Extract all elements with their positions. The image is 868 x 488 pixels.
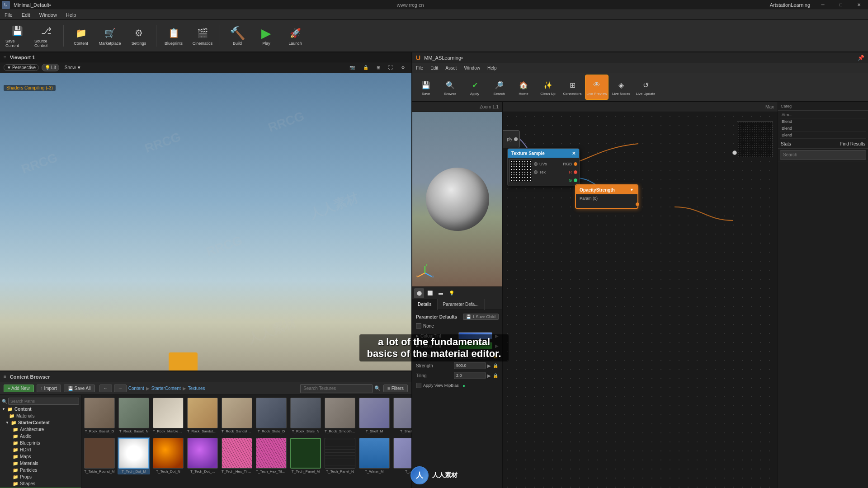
cb-item-slate-n[interactable]: T_Rock_Slate_N bbox=[289, 397, 322, 434]
rp-menu-window[interactable]: Window bbox=[460, 63, 484, 73]
tree-item-particles[interactable]: 📁 Particles bbox=[0, 467, 81, 474]
add-new-button[interactable]: + Add New bbox=[4, 385, 34, 392]
rp-save-button[interactable]: 💾 Save bbox=[414, 75, 438, 100]
ts-close-icon[interactable]: ✕ bbox=[572, 151, 576, 156]
menu-file[interactable]: File bbox=[0, 10, 17, 20]
cb-item-granite[interactable]: T_Rock_Smooth_Granite_D bbox=[324, 397, 356, 434]
cb-item-hex-m[interactable]: T_Tech_Hex_Tile_M bbox=[221, 437, 253, 474]
search-paths-input[interactable] bbox=[8, 398, 79, 405]
launch-button[interactable]: 🚀 Launch bbox=[282, 21, 309, 50]
rp-menu-asset[interactable]: Asset bbox=[442, 63, 460, 73]
cb-item-tech-dot-m[interactable]: T_Tech_Dot_M bbox=[118, 437, 150, 474]
rp-preview-viewport[interactable]: x y z bbox=[412, 112, 502, 286]
vp-split-button[interactable]: ⊞ bbox=[374, 64, 383, 71]
rp-home-button[interactable]: 🏠 Home bbox=[512, 75, 535, 100]
tree-item-architecture[interactable]: 📁 Architecture bbox=[0, 426, 81, 433]
menu-help[interactable]: Help bbox=[61, 10, 81, 20]
content-button[interactable]: 📁 Content bbox=[67, 21, 94, 50]
param-color-2[interactable] bbox=[458, 342, 492, 349]
rp-live-preview-button[interactable]: 👁 Live Preview bbox=[585, 75, 609, 100]
tree-item-starter[interactable]: ▼ 📁 StarterContent bbox=[0, 419, 81, 426]
none-checkbox[interactable] bbox=[416, 323, 421, 328]
tree-item-audio[interactable]: 📁 Audio bbox=[0, 433, 81, 440]
source-control-button[interactable]: ⎇ Source Control bbox=[33, 21, 60, 50]
tree-item-materials2[interactable]: 📁 Materials bbox=[0, 460, 81, 467]
rp-browse-button[interactable]: 🔍 Browse bbox=[439, 75, 462, 100]
preview-tb-light[interactable]: 💡 bbox=[447, 288, 457, 298]
material-search-input[interactable] bbox=[780, 150, 866, 160]
opacity-strength-node[interactable]: OpacityStrength ▼ Param (0) bbox=[575, 184, 638, 209]
cb-item-sandstone-d[interactable]: T_Rock_Sandstone_D bbox=[186, 397, 219, 434]
tree-item-blueprints[interactable]: 📁 Blueprints bbox=[0, 440, 81, 446]
menu-edit[interactable]: Edit bbox=[17, 10, 35, 20]
rp-cleanup-button[interactable]: ✨ Clean Up bbox=[536, 75, 560, 100]
nav-back-button[interactable]: ← bbox=[99, 385, 112, 392]
rp-live-update-button[interactable]: ↺ Live Update bbox=[634, 75, 657, 100]
close-button[interactable]: ✕ bbox=[850, 0, 868, 10]
vp-fullscreen-button[interactable]: ⛶ bbox=[386, 64, 396, 71]
cb-item-tech-dot-n[interactable]: T_Tech_Dot_N bbox=[152, 437, 184, 474]
play-button[interactable]: ▶ Play bbox=[253, 21, 280, 50]
vp-lit-button[interactable]: 💡 Lit bbox=[42, 64, 59, 71]
texture-sample-node[interactable]: Texture Sample ✕ UVs RGB bbox=[507, 148, 580, 186]
rp-pin-icon[interactable]: 📌 bbox=[858, 55, 864, 61]
breadcrumb-textures[interactable]: Textures bbox=[188, 386, 205, 391]
param-input-strength[interactable] bbox=[454, 362, 486, 369]
maximize-button[interactable]: □ bbox=[832, 0, 850, 10]
rp-live-nodes-button[interactable]: ◈ Live Nodes bbox=[609, 75, 633, 100]
minimize-button[interactable]: ─ bbox=[814, 0, 832, 10]
preview-tb-cylinder[interactable]: ⬜ bbox=[425, 288, 435, 298]
cb-item-rock-basalt-n[interactable]: T_Rock_Basalt_N bbox=[118, 397, 150, 434]
mipbias-checkbox[interactable] bbox=[416, 383, 421, 388]
save-child-button[interactable]: 💾 1 Save Child bbox=[463, 314, 499, 320]
cb-item-panel-m[interactable]: T_Tech_Panel_M bbox=[289, 437, 322, 474]
cb-item-tech-dot-extra[interactable]: T_Tech_Dot_... bbox=[186, 437, 219, 474]
nav-forward-button[interactable]: → bbox=[114, 385, 127, 392]
cb-item-rock-marble[interactable]: T_Rock_Marble_Polished_D bbox=[152, 397, 184, 434]
filters-button[interactable]: ≡ Filters bbox=[383, 385, 408, 392]
preview-tb-sphere[interactable]: ⬤ bbox=[414, 288, 424, 298]
rp-graph-canvas[interactable]: ply Texture Sample ✕ bbox=[503, 112, 778, 488]
save-current-button[interactable]: 💾 Save Current bbox=[4, 21, 31, 50]
tree-item-materials[interactable]: 📁 Materials bbox=[0, 413, 81, 419]
import-button[interactable]: ↑ Import bbox=[37, 385, 61, 392]
param-input-opacity[interactable] bbox=[454, 352, 486, 359]
rp-apply-button[interactable]: ✔ Apply bbox=[463, 75, 486, 100]
rp-connectors-button[interactable]: ⊞ Connectors bbox=[561, 75, 584, 100]
cb-item-rock-basalt-d[interactable]: T_Rock_Basalt_D bbox=[83, 397, 116, 434]
save-all-button[interactable]: 💾 Save All bbox=[64, 385, 95, 392]
vp-show-button[interactable]: Show ▼ bbox=[62, 64, 84, 71]
tree-item-props[interactable]: 📁 Props bbox=[0, 474, 81, 480]
menu-window[interactable]: Window bbox=[35, 10, 61, 20]
build-button[interactable]: 🔨 Build bbox=[224, 21, 251, 50]
vp-perspective-toggle[interactable]: ▼ Perspective bbox=[4, 64, 39, 71]
settings-button[interactable]: ⚙ Settings bbox=[125, 21, 152, 50]
tree-item-maps[interactable]: 📁 Maps bbox=[0, 453, 81, 460]
vp-lock-button[interactable]: 🔒 bbox=[360, 64, 371, 71]
vp-camera-speed-button[interactable]: 📷 bbox=[347, 64, 358, 71]
marketplace-button[interactable]: 🛒 Marketplace bbox=[96, 21, 123, 50]
rp-menu-edit[interactable]: Edit bbox=[427, 63, 442, 73]
cb-item-table[interactable]: T_Table_Round_M bbox=[83, 437, 116, 474]
cb-item-hex-n[interactable]: T_Tech_Hex_Tile_N bbox=[255, 437, 288, 474]
cb-item-panel-n[interactable]: T_Tech_Panel_N bbox=[324, 437, 356, 474]
rp-menu-help[interactable]: Help bbox=[484, 63, 500, 73]
cb-item-sandstone-n[interactable]: T_Rock_Sandstone_N bbox=[221, 397, 253, 434]
tree-item-hdri[interactable]: 📁 HDRI bbox=[0, 446, 81, 453]
vp-settings-button[interactable]: ⚙ bbox=[398, 64, 408, 71]
cb-item-shelf-m[interactable]: T_Shelf_M bbox=[358, 397, 391, 434]
param-input-tiling[interactable] bbox=[454, 372, 486, 379]
tree-item-shapes[interactable]: 📁 Shapes bbox=[0, 480, 81, 487]
cinematics-button[interactable]: 🎬 Cinematics bbox=[189, 21, 216, 50]
preview-tb-plane[interactable]: ▬ bbox=[436, 288, 446, 298]
tab-parameter-defaults[interactable]: Parameter Defa... bbox=[438, 299, 485, 310]
tree-item-content[interactable]: ▼ 📁 Content bbox=[0, 406, 81, 413]
cb-item-slate-d[interactable]: T_Rock_Slate_D bbox=[255, 397, 288, 434]
blueprints-button[interactable]: 📋 Blueprints bbox=[160, 21, 187, 50]
rp-menu-file[interactable]: File bbox=[412, 63, 427, 73]
param-color-1[interactable] bbox=[458, 332, 492, 339]
rp-search-button[interactable]: 🔎 Search bbox=[487, 75, 511, 100]
tab-details[interactable]: Details bbox=[412, 299, 438, 310]
search-textures-input[interactable] bbox=[300, 384, 373, 393]
breadcrumb-content[interactable]: Content bbox=[128, 386, 144, 391]
